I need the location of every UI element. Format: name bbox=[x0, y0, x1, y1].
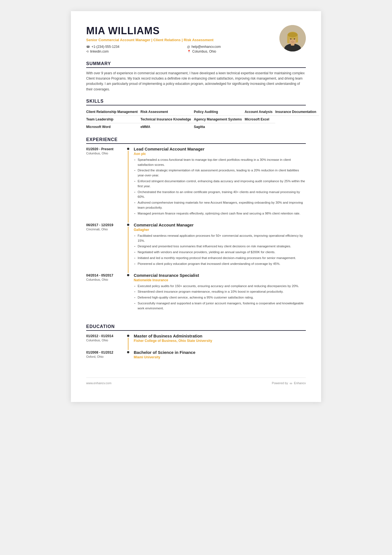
education-section: EDUCATION 01/2012 - 01/2014Columbus, Ohi… bbox=[86, 324, 306, 366]
email-value: help@enhancv.com bbox=[192, 45, 221, 49]
enhancv-logo-icon: ∞ bbox=[290, 381, 292, 385]
skill-item: Policy Auditing bbox=[194, 108, 245, 116]
skill-item: Agency Management Systems bbox=[194, 115, 245, 123]
experience-title: EXPERIENCE bbox=[86, 137, 306, 144]
exp-bullet: Directed the strategic implementation of… bbox=[134, 168, 306, 178]
header-section: MIA WILLIAMS Senior Commercial Account M… bbox=[86, 25, 306, 53]
edu-date: 01/2012 - 01/2014 bbox=[86, 334, 126, 338]
edu-timeline-col bbox=[126, 350, 130, 366]
location-icon: 📍 bbox=[187, 50, 191, 53]
experience-item: 06/2017 - 12/2019Cincinnati, OhioCommerc… bbox=[86, 223, 306, 273]
location-value: Columbus, Ohio bbox=[192, 50, 216, 53]
exp-bullet: Facilitated seamless renewal application… bbox=[134, 233, 306, 243]
svg-point-7 bbox=[288, 32, 298, 37]
skills-section: SKILLS Client Relationship ManagementRis… bbox=[86, 99, 306, 130]
skill-item: Insurance Documentation bbox=[275, 108, 319, 116]
resume-page: MIA WILLIAMS Senior Commercial Account M… bbox=[71, 11, 321, 402]
brand-name: Enhancv bbox=[294, 381, 306, 385]
skill-item: Microsoft Word bbox=[86, 123, 140, 130]
exp-left-col: 01/2020 - PresentColumbus, Ohio bbox=[86, 147, 126, 223]
exp-job-title: Commercial Account Manager bbox=[134, 223, 306, 227]
exp-bullets: Facilitated seamless renewal application… bbox=[134, 233, 306, 267]
exp-bullet: Spearheaded a cross-functional team to m… bbox=[134, 157, 306, 167]
exp-bullet: Pioneered a client policy education prog… bbox=[134, 262, 306, 267]
edu-timeline-col bbox=[126, 334, 130, 350]
exp-bullet: Orchestrated the transition to an online… bbox=[134, 190, 306, 200]
exp-bullet: Initiated and led a monthly reporting pr… bbox=[134, 256, 306, 261]
phone-value: +1-(234)-555-1234 bbox=[91, 45, 119, 49]
candidate-title: Senior Commercial Account Manager | Clie… bbox=[86, 38, 279, 42]
summary-text: With over 9 years of experience in comme… bbox=[86, 71, 306, 92]
svg-point-9 bbox=[294, 38, 295, 40]
experience-item: 04/2014 - 05/2017Columbus, OhioCommercia… bbox=[86, 273, 306, 317]
skills-row: Microsoft WordeMMASagitta bbox=[86, 123, 319, 130]
edu-location: Columbus, Ohio bbox=[86, 339, 126, 342]
avatar bbox=[279, 25, 306, 51]
exp-company: Nationwide Insurance bbox=[134, 278, 306, 282]
skill-item: Technical Insurance Knowledge bbox=[140, 115, 194, 123]
powered-by-label: Powered by bbox=[272, 381, 288, 385]
summary-title: SUMMARY bbox=[86, 61, 306, 68]
skill-item: Account Analysis bbox=[245, 108, 275, 116]
experience-section: EXPERIENCE 01/2020 - PresentColumbus, Oh… bbox=[86, 137, 306, 317]
email-icon: @ bbox=[187, 45, 190, 48]
skill-item: Client Relationship Management bbox=[86, 108, 140, 116]
exp-bullet: Negotiated with vendors and insurance pr… bbox=[134, 250, 306, 255]
skills-row: Client Relationship ManagementRisk Asses… bbox=[86, 108, 319, 116]
location-item: 📍 Columbus, Ohio bbox=[187, 50, 280, 53]
exp-company: Gallagher bbox=[134, 228, 306, 232]
exp-left-col: 06/2017 - 12/2019Cincinnati, Ohio bbox=[86, 223, 126, 273]
edu-dot bbox=[127, 351, 129, 353]
exp-bullet: Streamlined client insurance program mai… bbox=[134, 289, 306, 294]
skills-table: Client Relationship ManagementRisk Asses… bbox=[86, 108, 319, 130]
exp-timeline-col bbox=[126, 223, 130, 273]
skill-item: Microsoft Excel bbox=[245, 115, 275, 123]
exp-timeline-line bbox=[128, 151, 128, 223]
exp-bullets: Spearheaded a cross-functional team to m… bbox=[134, 157, 306, 216]
exp-bullet: Enforced stringent documentation control… bbox=[134, 179, 306, 189]
skill-item: eMMA bbox=[140, 123, 194, 130]
linkedin-item: ⟲ linkedin.com bbox=[86, 50, 179, 53]
edu-institution: Miami University bbox=[134, 355, 306, 359]
summary-section: SUMMARY With over 9 years of experience … bbox=[86, 61, 306, 92]
svg-point-8 bbox=[290, 38, 292, 40]
exp-left-col: 04/2014 - 05/2017Columbus, Ohio bbox=[86, 273, 126, 317]
exp-date: 06/2017 - 12/2019 bbox=[86, 223, 126, 227]
skill-item: Sagitta bbox=[194, 123, 245, 130]
exp-bullet: Designed and presented loss summaries th… bbox=[134, 244, 306, 249]
exp-timeline-col bbox=[126, 147, 130, 223]
exp-date: 04/2014 - 05/2017 bbox=[86, 273, 126, 277]
education-title: EDUCATION bbox=[86, 324, 306, 331]
edu-degree: Bachelor of Science in Finance bbox=[134, 350, 306, 355]
exp-content: Commercial Insurance SpecialistNationwid… bbox=[130, 273, 306, 317]
exp-location: Cincinnati, Ohio bbox=[86, 228, 126, 231]
contact-grid: ☎ +1-(234)-555-1234 @ help@enhancv.com ⟲… bbox=[86, 45, 279, 53]
edu-content: Master of Business AdministrationFisher … bbox=[130, 334, 306, 350]
exp-bullets: Executed policy audits for 150+ accounts… bbox=[134, 284, 306, 311]
edu-location: Oxford, Ohio bbox=[86, 355, 126, 358]
experience-item: 01/2020 - PresentColumbus, OhioLead Comm… bbox=[86, 147, 306, 223]
skill-item: Risk Assessment bbox=[140, 108, 194, 116]
skill-item: Team Leadership bbox=[86, 115, 140, 123]
svg-rect-6 bbox=[296, 36, 298, 43]
email-item: @ help@enhancv.com bbox=[187, 45, 280, 49]
exp-dot bbox=[127, 274, 129, 276]
exp-location: Columbus, Ohio bbox=[86, 278, 126, 281]
edu-institution: Fisher College of Business, Ohio State U… bbox=[134, 339, 306, 343]
phone-item: ☎ +1-(234)-555-1234 bbox=[86, 45, 179, 49]
exp-dot bbox=[127, 148, 129, 150]
footer: www.enhancv.com Powered by ∞ Enhancv bbox=[86, 378, 306, 385]
avatar-image bbox=[279, 25, 306, 51]
edu-degree: Master of Business Administration bbox=[134, 334, 306, 338]
edu-left-col: 01/2008 - 01/2012Oxford, Ohio bbox=[86, 350, 126, 366]
svg-point-10 bbox=[292, 40, 293, 41]
exp-bullet: Executed policy audits for 150+ accounts… bbox=[134, 284, 306, 289]
footer-website: www.enhancv.com bbox=[86, 381, 111, 385]
candidate-name: MIA WILLIAMS bbox=[86, 25, 279, 37]
edu-date: 01/2008 - 01/2012 bbox=[86, 350, 126, 354]
exp-timeline-line bbox=[128, 227, 128, 273]
exp-bullet: Authored comprehensive training material… bbox=[134, 200, 306, 210]
edu-content: Bachelor of Science in FinanceMiami Univ… bbox=[130, 350, 306, 366]
exp-job-title: Commercial Insurance Specialist bbox=[134, 273, 306, 278]
footer-brand: Powered by ∞ Enhancv bbox=[272, 381, 306, 385]
